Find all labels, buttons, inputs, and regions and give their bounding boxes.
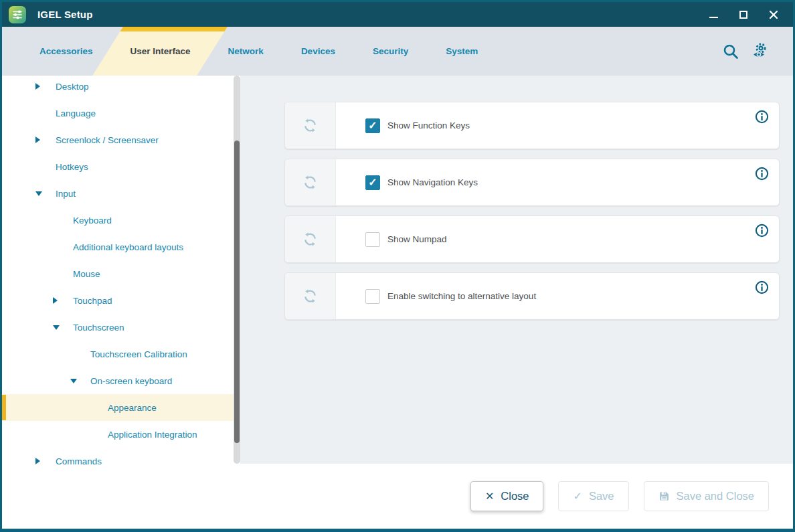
gear-eye-icon <box>751 42 769 60</box>
info-button[interactable] <box>755 110 769 124</box>
reset-parameter-button[interactable] <box>285 273 336 319</box>
tree-item-commands[interactable]: Commands <box>2 448 234 474</box>
tree-item-label: Hotkeys <box>56 162 88 172</box>
scrollbar-thumb[interactable] <box>234 141 240 443</box>
settings-panel: Show Function Keys <box>240 76 793 464</box>
tab-user-interface[interactable]: User Interface <box>130 27 191 76</box>
setting-row-enable-alternative-layout: Enable switching to alternative layout <box>284 272 780 320</box>
save-button-label: Save <box>589 490 614 503</box>
tabbar-icons <box>721 27 793 76</box>
sidebar-scrollbar <box>234 76 240 464</box>
tab-user-interface-label: User Interface <box>130 46 191 56</box>
tree-item-label: Language <box>56 108 96 118</box>
floppy-icon <box>658 491 670 502</box>
tab-devices[interactable]: Devices <box>301 27 335 76</box>
tree-item-mouse[interactable]: Mouse <box>2 260 234 287</box>
tree-item-application-integration[interactable]: Application Integration <box>2 421 234 448</box>
tree-item-additional-keyboard-layouts[interactable]: Additional keyboard layouts <box>2 234 234 260</box>
tab-network[interactable]: Network <box>228 27 264 76</box>
tree-item-touchscreen[interactable]: Touchscreen <box>2 314 234 341</box>
tree-item-touchscreen-calibration[interactable]: Touchscreen Calibration <box>2 341 234 367</box>
tree-item-touchpad[interactable]: Touchpad <box>2 287 234 314</box>
setting-row-show-numpad: Show Numpad <box>284 215 780 263</box>
info-button[interactable] <box>755 167 769 181</box>
save-and-close-button[interactable]: Save and Close <box>644 481 770 511</box>
expander-expanded-icon[interactable] <box>70 379 90 383</box>
reset-parameter-button[interactable] <box>285 216 336 262</box>
reset-parameter-button[interactable] <box>285 102 336 149</box>
info-button[interactable] <box>755 224 769 238</box>
app-logo-sliders-icon <box>9 6 26 23</box>
tree-item-label: Input <box>56 189 76 199</box>
tree-item-keyboard[interactable]: Keyboard <box>2 207 234 234</box>
checkbox-enable-alternative-layout[interactable] <box>365 289 380 304</box>
tree-item-desktop[interactable]: Desktop <box>2 73 234 100</box>
save-and-close-button-label: Save and Close <box>677 490 755 503</box>
sync-icon <box>302 232 318 247</box>
titlebar: IGEL Setup <box>2 2 793 27</box>
expander-collapsed-icon[interactable] <box>53 297 73 304</box>
sync-icon <box>302 288 318 304</box>
checkbox-show-numpad[interactable] <box>365 232 380 247</box>
checkbox-show-function-keys[interactable] <box>365 118 380 133</box>
setting-label: Show Numpad <box>387 234 447 244</box>
tree-item-input[interactable]: Input <box>2 180 234 207</box>
maximize-button[interactable] <box>737 9 749 21</box>
tree-item-label: Screenlock / Screensaver <box>56 135 159 145</box>
tab-system-label: System <box>446 46 478 56</box>
check-icon: ✓ <box>573 491 582 502</box>
reset-parameter-button[interactable] <box>285 159 336 205</box>
expander-collapsed-icon[interactable] <box>35 458 56 464</box>
info-button[interactable] <box>755 280 769 294</box>
close-window-button[interactable] <box>768 9 780 21</box>
tab-devices-label: Devices <box>301 46 335 56</box>
x-icon: ✕ <box>485 491 494 502</box>
setting-label: Show Function Keys <box>387 120 470 130</box>
settings-tree-sidebar: Desktop Language Screenlock / Screensave… <box>2 76 234 464</box>
tree-item-on-screen-keyboard[interactable]: On-screen keyboard <box>2 367 234 394</box>
setup-assistant-button[interactable] <box>751 42 769 60</box>
window-controls <box>707 9 784 21</box>
tree-item-hotkeys[interactable]: Hotkeys <box>2 153 234 180</box>
tree-item-language[interactable]: Language <box>2 100 234 126</box>
tree-item-appearance-selected[interactable]: Appearance <box>2 394 234 421</box>
expander-collapsed-icon[interactable] <box>35 137 56 143</box>
tree-item-label: Mouse <box>73 269 100 279</box>
tree-item-label: On-screen keyboard <box>90 376 172 386</box>
checkbox-show-navigation-keys[interactable] <box>365 175 380 190</box>
setting-label: Enable switching to alternative layout <box>387 291 536 301</box>
tree-item-label: Additional keyboard layouts <box>73 242 183 252</box>
expander-expanded-icon[interactable] <box>53 325 73 330</box>
info-icon <box>755 224 769 238</box>
tree-item-label: Touchscreen Calibration <box>90 349 187 359</box>
close-button-label: Close <box>501 490 529 503</box>
window-body: Desktop Language Screenlock / Screensave… <box>2 76 793 464</box>
search-button[interactable] <box>721 42 739 60</box>
maximize-icon <box>739 11 747 19</box>
search-icon <box>722 43 739 60</box>
info-icon <box>755 280 769 294</box>
expander-expanded-icon[interactable] <box>35 191 56 196</box>
expander-collapsed-icon[interactable] <box>35 83 56 90</box>
setting-row-show-function-keys: Show Function Keys <box>284 102 780 149</box>
setting-row-show-navigation-keys: Show Navigation Keys <box>284 159 780 206</box>
tree-item-label: Keyboard <box>73 215 112 226</box>
igel-setup-window: IGEL Setup Accessories User Interface Ne… <box>0 0 795 532</box>
window-title: IGEL Setup <box>37 9 93 20</box>
info-icon <box>755 110 769 124</box>
save-button[interactable]: ✓ Save <box>558 481 628 511</box>
settings-tree: Desktop Language Screenlock / Screensave… <box>2 73 234 474</box>
setting-label: Show Navigation Keys <box>387 177 478 187</box>
tree-item-label: Commands <box>56 456 102 466</box>
tree-item-label: Application Integration <box>108 430 197 440</box>
tab-network-label: Network <box>228 46 264 56</box>
tab-security[interactable]: Security <box>373 27 408 76</box>
tab-accessories-label: Accessories <box>39 46 93 56</box>
tab-accessories[interactable]: Accessories <box>39 27 93 76</box>
tab-system[interactable]: System <box>446 27 478 76</box>
close-button[interactable]: ✕ Close <box>470 481 544 511</box>
tree-item-screenlock-screensaver[interactable]: Screenlock / Screensaver <box>2 126 234 153</box>
tree-item-label: Desktop <box>56 82 89 92</box>
tree-item-label: Appearance <box>108 403 157 413</box>
minimize-button[interactable] <box>707 9 719 21</box>
